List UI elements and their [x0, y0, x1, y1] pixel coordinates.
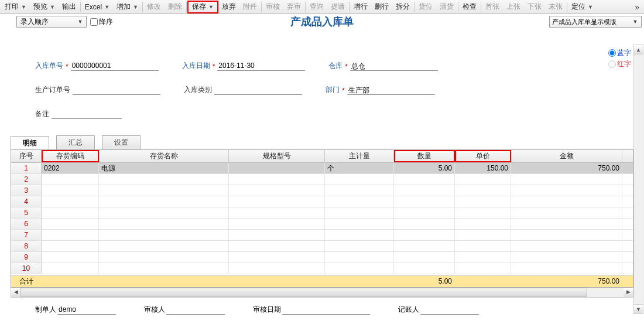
scroll-up-icon[interactable]: ▲: [634, 45, 643, 54]
col-seq[interactable]: 序号: [11, 150, 42, 162]
cell[interactable]: [455, 185, 511, 196]
tb-save[interactable]: 保存▼: [187, 1, 218, 13]
cell[interactable]: [99, 230, 229, 240]
footer-maker-value[interactable]: demo: [57, 305, 116, 315]
input-ck[interactable]: 总仓: [350, 62, 438, 71]
cell[interactable]: [229, 219, 325, 229]
cell[interactable]: [229, 185, 325, 196]
tb-print[interactable]: 打印▼: [1, 1, 30, 13]
cell[interactable]: [394, 219, 455, 229]
cell[interactable]: [394, 185, 455, 196]
cell[interactable]: [99, 174, 229, 185]
cell[interactable]: [511, 196, 622, 207]
tb-excel[interactable]: Excel▼: [81, 1, 113, 13]
tb-locate[interactable]: 定位▼: [568, 1, 597, 13]
tb-audit[interactable]: 审核: [262, 1, 283, 13]
cell[interactable]: [229, 174, 325, 185]
cell[interactable]: [394, 174, 455, 185]
cell[interactable]: [42, 196, 99, 207]
table-row[interactable]: 9: [11, 252, 633, 263]
red-radio[interactable]: 红字: [608, 59, 631, 69]
cell[interactable]: [394, 263, 455, 274]
input-rklb[interactable]: [214, 86, 302, 95]
tab-summary[interactable]: 汇总: [56, 135, 95, 149]
cell[interactable]: [42, 230, 99, 240]
footer-booker-value[interactable]: [420, 305, 479, 315]
tb-add[interactable]: 增加▼: [113, 1, 142, 13]
cell[interactable]: [394, 196, 455, 207]
cell[interactable]: [99, 219, 229, 229]
col-price[interactable]: 单价: [455, 150, 511, 162]
cell[interactable]: [325, 263, 394, 274]
desc-checkbox[interactable]: 降序: [90, 17, 113, 27]
table-row[interactable]: 3: [11, 185, 633, 196]
tb-output[interactable]: 输出: [59, 1, 80, 13]
cell[interactable]: [325, 252, 394, 263]
cell[interactable]: [394, 241, 455, 251]
cell[interactable]: [42, 241, 99, 251]
tb-next[interactable]: 下张: [524, 1, 545, 13]
tb-check[interactable]: 检查: [459, 1, 480, 13]
table-row[interactable]: 2: [11, 174, 633, 185]
tb-clear[interactable]: 清货: [436, 1, 457, 13]
tb-submit[interactable]: 提请: [327, 1, 348, 13]
cell[interactable]: [99, 252, 229, 263]
tb-unaudit[interactable]: 弃审: [283, 1, 304, 13]
tb-split[interactable]: 拆分: [392, 1, 413, 13]
cell[interactable]: 1: [11, 163, 42, 173]
tab-detail[interactable]: 明细: [11, 136, 49, 150]
cell[interactable]: [511, 252, 622, 263]
cell[interactable]: 7: [11, 230, 42, 240]
col-uom[interactable]: 主计量: [325, 150, 394, 162]
toolbar-overflow-icon[interactable]: »: [631, 2, 643, 12]
scroll-right-icon[interactable]: ▶: [624, 288, 633, 297]
cell[interactable]: 电源: [99, 163, 229, 173]
footer-auditor-value[interactable]: [166, 305, 225, 315]
cell[interactable]: [455, 174, 511, 185]
cell[interactable]: 10: [11, 263, 42, 274]
table-row[interactable]: 7: [11, 230, 633, 241]
footer-adate-value[interactable]: [282, 305, 370, 315]
cell[interactable]: [394, 230, 455, 240]
vertical-scrollbar[interactable]: ▲ ▼: [633, 45, 643, 314]
cell[interactable]: [511, 207, 622, 218]
scroll-down-icon[interactable]: ▼: [634, 304, 643, 313]
horizontal-scrollbar[interactable]: ◀ ▶: [11, 288, 633, 298]
cell[interactable]: [42, 185, 99, 196]
cell[interactable]: [325, 219, 394, 229]
cell[interactable]: [511, 230, 622, 240]
blue-radio-input[interactable]: [608, 49, 616, 57]
table-row[interactable]: 10202电源个5.00150.00750.00: [11, 163, 633, 174]
cell[interactable]: [42, 174, 99, 185]
input-scdd[interactable]: [73, 86, 160, 95]
cell[interactable]: 3: [11, 185, 42, 196]
tb-modify[interactable]: 修改: [143, 1, 165, 13]
cell[interactable]: [99, 207, 229, 218]
red-radio-input[interactable]: [608, 60, 616, 68]
cell[interactable]: [99, 185, 229, 196]
col-qty[interactable]: 数量: [394, 150, 455, 162]
cell[interactable]: 750.00: [511, 163, 622, 173]
cell[interactable]: 个: [325, 163, 394, 173]
cell[interactable]: [455, 196, 511, 207]
col-code[interactable]: 存货编码: [42, 150, 99, 162]
col-name[interactable]: 存货名称: [99, 150, 229, 162]
input-bm[interactable]: 生产部: [347, 86, 435, 95]
tb-attach[interactable]: 附件: [239, 1, 261, 13]
input-rkrq[interactable]: 2016-11-30: [217, 62, 305, 71]
cell[interactable]: [455, 263, 511, 274]
cell[interactable]: [455, 252, 511, 263]
cell[interactable]: 4: [11, 196, 42, 207]
cell[interactable]: [325, 196, 394, 207]
cell[interactable]: [42, 207, 99, 218]
cell[interactable]: 5.00: [394, 163, 455, 173]
cell[interactable]: [229, 196, 325, 207]
cell[interactable]: [325, 174, 394, 185]
tb-first[interactable]: 首张: [482, 1, 503, 13]
table-row[interactable]: 5: [11, 207, 633, 219]
cell[interactable]: 5: [11, 207, 42, 218]
cell[interactable]: [325, 241, 394, 251]
tb-query[interactable]: 查询: [306, 1, 327, 13]
order-dropdown[interactable]: 录入顺序 ▼: [16, 16, 87, 28]
cell[interactable]: [455, 230, 511, 240]
